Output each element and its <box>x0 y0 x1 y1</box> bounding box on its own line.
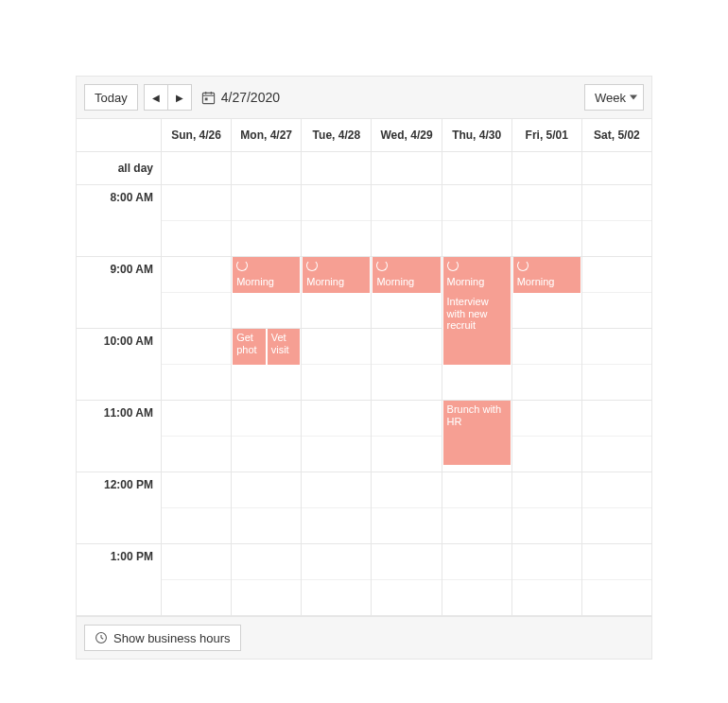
calendar-icon <box>201 91 216 105</box>
day-header[interactable]: Fri, 5/01 <box>512 119 582 151</box>
business-hours-label: Show business hours <box>113 631 231 645</box>
allday-cell[interactable] <box>372 152 442 184</box>
allday-cell[interactable] <box>512 152 582 184</box>
day-header-row: Sun, 4/26 Mon, 4/27 Tue, 4/28 Wed, 4/29 … <box>77 119 651 152</box>
time-labels: 8:00 AM 9:00 AM 10:00 AM 11:00 AM 12:00 … <box>77 185 162 616</box>
day-column[interactable] <box>162 185 232 616</box>
scheduler: Today ◀ ▶ 4/27/2020 Week Sun, 4/26 Mon, … <box>76 76 652 660</box>
time-slot-label: 10:00 AM <box>77 329 161 401</box>
allday-cell[interactable] <box>162 152 232 184</box>
prev-button[interactable]: ◀ <box>144 84 168 111</box>
time-slot-label: 1:00 PM <box>77 544 161 616</box>
day-column[interactable]: Morning <box>512 185 582 616</box>
allday-label: all day <box>77 152 162 184</box>
allday-cell[interactable] <box>232 152 302 184</box>
day-column[interactable]: Morning Interview with new recruit Brunc… <box>442 185 512 616</box>
clock-icon <box>95 631 108 644</box>
view-selector[interactable]: Week <box>584 84 644 111</box>
today-button[interactable]: Today <box>84 84 138 111</box>
svg-rect-0 <box>202 93 214 103</box>
event-vet-visit[interactable]: Vet visit <box>267 329 302 365</box>
business-hours-button[interactable]: Show business hours <box>84 625 241 651</box>
time-slot-label: 11:00 AM <box>77 401 161 472</box>
allday-cell[interactable] <box>442 152 512 184</box>
allday-cell[interactable] <box>582 152 651 184</box>
day-header[interactable]: Sat, 5/02 <box>582 119 651 151</box>
chevron-right-icon: ▶ <box>176 93 183 103</box>
day-header[interactable]: Mon, 4/27 <box>232 119 302 151</box>
allday-cell[interactable] <box>302 152 372 184</box>
event-morning[interactable]: Morning <box>372 257 441 293</box>
time-slot-label: 12:00 PM <box>77 472 161 544</box>
day-column[interactable] <box>582 185 651 616</box>
chevron-left-icon: ◀ <box>152 93 160 103</box>
day-header[interactable]: Wed, 4/29 <box>372 119 442 151</box>
svg-line-7 <box>101 638 103 639</box>
allday-row: all day <box>77 152 651 185</box>
event-brunch[interactable]: Brunch with HR <box>442 401 511 465</box>
event-morning[interactable]: Morning <box>442 257 511 293</box>
day-column[interactable]: Morning <box>302 185 372 616</box>
event-morning[interactable]: Morning <box>512 257 581 293</box>
toolbar: Today ◀ ▶ 4/27/2020 Week <box>77 77 651 119</box>
time-slot-label: 9:00 AM <box>77 257 161 329</box>
nav-group: ◀ ▶ <box>144 84 192 111</box>
day-header[interactable]: Tue, 4/28 <box>302 119 372 151</box>
event-morning[interactable]: Morning <box>302 257 371 293</box>
grid-body: 8:00 AM 9:00 AM 10:00 AM 11:00 AM 12:00 … <box>77 185 651 616</box>
svg-rect-4 <box>204 97 207 100</box>
day-column[interactable]: Morning <box>372 185 442 616</box>
day-header[interactable]: Thu, 4/30 <box>442 119 512 151</box>
event-get-photo[interactable]: Get phot <box>232 329 267 365</box>
days-grid: Morning Get phot Vet visit Morning <box>162 185 651 616</box>
next-button[interactable]: ▶ <box>168 84 192 111</box>
day-column[interactable]: Morning Get phot Vet visit <box>232 185 302 616</box>
date-display: 4/27/2020 <box>221 90 280 105</box>
day-header[interactable]: Sun, 4/26 <box>162 119 232 151</box>
view-label: Week <box>595 91 626 105</box>
date-picker[interactable]: 4/27/2020 <box>201 90 280 105</box>
time-slot-label: 8:00 AM <box>77 185 161 257</box>
event-interview[interactable]: Interview with new recruit <box>442 293 511 365</box>
event-morning[interactable]: Morning <box>232 257 301 293</box>
footer: Show business hours <box>77 616 651 659</box>
